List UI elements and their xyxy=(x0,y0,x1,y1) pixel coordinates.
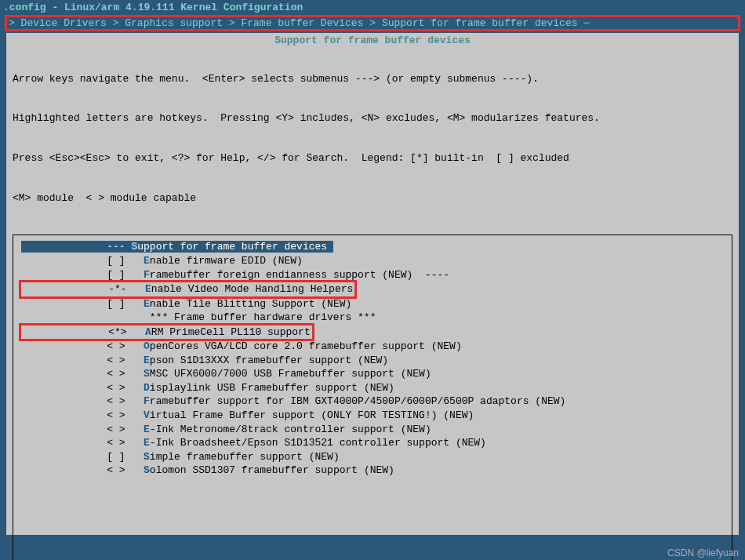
menu-item[interactable]: < > E-Ink Broadsheet/Epson S1D13521 cont… xyxy=(21,436,724,450)
menu-item[interactable]: < > Solomon SSD1307 framebuffer support … xyxy=(21,464,724,478)
window-title: .config - Linux/arm 4.19.111 Kernel Conf… xyxy=(0,0,745,15)
menu-item[interactable]: -*- Enable Video Mode Handling Helpers xyxy=(21,282,724,297)
watermark: CSDN @liefyuan xyxy=(667,547,739,558)
menu-item[interactable]: [ ] Simple framebuffer support (NEW) xyxy=(21,450,724,464)
main-panel: Support for frame buffer devices Arrow k… xyxy=(6,33,739,535)
menu-item[interactable]: < > Virtual Frame Buffer support (ONLY F… xyxy=(21,409,724,423)
menu-item[interactable]: < > Epson S1D13XXX framebuffer support (… xyxy=(21,354,724,368)
help-line: Press <Esc><Esc> to exit, <?> for Help, … xyxy=(13,152,732,165)
breadcrumb: > Device Drivers > Graphics support > Fr… xyxy=(7,17,738,29)
highlight-box: <*> ARM PrimeCell PL110 support xyxy=(19,323,314,342)
menu-item[interactable]: [ ] Enable Tile Blitting Support (NEW) xyxy=(21,297,724,311)
menu-list[interactable]: --- Support for frame buffer devices [ ]… xyxy=(13,235,732,560)
help-line: Highlighted letters are hotkeys. Pressin… xyxy=(13,112,732,125)
menu-item[interactable]: < > OpenCores VGA/LCD core 2.0 framebuff… xyxy=(21,340,724,354)
help-line: <M> module < > module capable xyxy=(13,192,732,205)
help-line: Arrow keys navigate the menu. <Enter> se… xyxy=(13,73,732,86)
panel-subtitle: Support for frame buffer devices xyxy=(13,35,732,46)
menu-item[interactable]: < > SMSC UFX6000/7000 USB Framebuffer su… xyxy=(21,367,724,381)
menu-item[interactable]: < > Framebuffer support for IBM GXT4000P… xyxy=(21,395,724,409)
menu-item[interactable]: <*> ARM PrimeCell PL110 support xyxy=(21,325,724,340)
menu-item[interactable]: < > E-Ink Metronome/8track controller su… xyxy=(21,423,724,437)
menu-item[interactable]: --- Support for frame buffer devices xyxy=(21,240,724,254)
highlight-box: -*- Enable Video Mode Handling Helpers xyxy=(19,280,357,299)
breadcrumb-highlight-box: > Device Drivers > Graphics support > Fr… xyxy=(5,15,740,31)
help-text: Arrow keys navigate the menu. <Enter> se… xyxy=(13,46,732,231)
menu-item[interactable]: [ ] Enable firmware EDID (NEW) xyxy=(21,254,724,268)
menu-item[interactable]: < > Displaylink USB Framebuffer support … xyxy=(21,381,724,395)
